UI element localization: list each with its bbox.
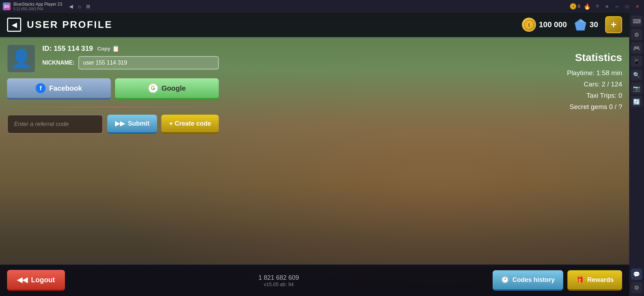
user-info: 👤 ID: 155 114 319 Copy 📋 NICKNAME: — [7, 44, 219, 73]
coin-display: $ 100 000 — [522, 18, 567, 32]
restore-btn[interactable]: □ — [624, 3, 630, 10]
bottom-right-buttons: 🕐 Codes history 🎁 Rewards — [493, 270, 622, 291]
sidebar-discord-icon[interactable]: 💬 — [631, 268, 642, 280]
divider — [7, 107, 219, 108]
add-currency-button[interactable]: + — [605, 16, 622, 33]
back-button[interactable]: ◀ — [7, 18, 21, 32]
nickname-label: NICKNAME: — [42, 60, 75, 66]
topbar-nav: ◀ ⌂ ⊞ — [68, 3, 91, 10]
create-code-button[interactable]: + Create code — [161, 115, 219, 134]
gem-display: 30 — [574, 18, 598, 31]
nav-home[interactable]: ⌂ — [77, 3, 82, 10]
sidebar-search-icon[interactable]: 🔍 — [631, 69, 642, 80]
submit-button[interactable]: ▶▶ Submit — [107, 115, 157, 134]
codes-history-icon: 🕐 — [501, 276, 509, 284]
game-header: ◀ USER PROFILE $ 100 000 — [0, 13, 629, 37]
header-currency: $ 100 000 30 + — [522, 16, 622, 33]
sidebar-phone-icon[interactable]: 📱 — [631, 56, 642, 67]
user-details: ID: 155 114 319 Copy 📋 NICKNAME: — [42, 44, 219, 70]
stat-playtime: Playtime: 1:58 min — [567, 69, 622, 77]
back-arrow-icon: ◀ — [7, 18, 21, 32]
user-id: ID: 155 114 319 Copy 📋 — [42, 44, 219, 53]
google-button[interactable]: G Google — [115, 78, 219, 99]
left-panel: 👤 ID: 155 114 319 Copy 📋 NICKNAME: — [7, 44, 219, 289]
nickname-row: NICKNAME: — [42, 56, 219, 70]
facebook-button[interactable]: f Facebook — [7, 78, 111, 99]
facebook-icon: f — [36, 83, 46, 93]
stat-taxi: Taxi Trips: 0 — [567, 92, 622, 99]
avatar: 👤 — [7, 44, 35, 73]
nickname-input[interactable] — [78, 56, 219, 70]
rewards-icon: 🎁 — [576, 276, 584, 284]
sidebar-config-icon[interactable]: ⚙ — [631, 282, 642, 293]
sidebar-rotate-icon[interactable]: 🔄 — [631, 96, 642, 107]
submit-icon: ▶▶ — [115, 120, 125, 127]
sidebar-gamepad-icon[interactable]: 🎮 — [631, 42, 642, 54]
page-title: USER PROFILE — [27, 19, 113, 30]
bs-logo: BS — [3, 2, 11, 10]
content-area: 👤 ID: 155 114 319 Copy 📋 NICKNAME: — [0, 37, 629, 296]
sidebar-camera-icon[interactable]: 📷 — [631, 83, 642, 94]
coin-icon: $ — [522, 18, 536, 32]
rewards-button[interactable]: 🎁 Rewards — [567, 270, 622, 291]
help-btn[interactable]: ? — [594, 3, 600, 10]
close-btn[interactable]: ✕ — [634, 3, 641, 10]
nav-tabs[interactable]: ⊞ — [85, 3, 92, 10]
right-panel: Statistics Playtime: 1:58 min Cars: 2 / … — [226, 44, 622, 289]
statistics-title: Statistics — [567, 52, 622, 64]
bluestacks-topbar: BS BlueStacks App Player 23 5.21.650.106… — [0, 0, 644, 13]
topbar-coin-icon: ● — [570, 3, 576, 10]
stat-gems: Secret gems 0 / ? — [567, 103, 622, 111]
google-icon: G — [148, 83, 158, 93]
copy-button[interactable]: Copy 📋 — [97, 45, 120, 53]
logout-icon: ◀◀ — [17, 276, 28, 284]
avatar-icon: 👤 — [10, 48, 32, 69]
logout-button[interactable]: ◀◀ Logout — [7, 270, 65, 291]
codes-history-button[interactable]: 🕐 Codes history — [493, 270, 563, 291]
coin-amount: 100 000 — [539, 20, 567, 29]
referral-row: ▶▶ Submit + Create code — [7, 115, 219, 134]
topbar-coin: ● 0 — [570, 3, 580, 10]
bs-subtitle: 5.21.650.1063 P64 — [13, 7, 62, 11]
topbar-coin-count: 0 — [578, 4, 580, 9]
right-sidebar: ⌨ ⚙ 🎮 📱 🔍 📷 🔄 💬 ⚙ — [629, 13, 644, 296]
menu-btn[interactable]: ≡ — [604, 3, 610, 10]
stat-cars: Cars: 2 / 124 — [567, 80, 622, 88]
statistics-box: Statistics Playtime: 1:58 min Cars: 2 / … — [567, 52, 622, 114]
referral-input[interactable] — [7, 115, 103, 134]
copy-icon: 📋 — [112, 45, 120, 53]
bottom-center: 1 821 682 609 v15.05 ab: 94 — [72, 274, 486, 287]
nav-back[interactable]: ◀ — [68, 3, 74, 10]
gem-icon — [574, 18, 587, 31]
game-area: ◀ USER PROFILE $ 100 000 — [0, 13, 629, 296]
bs-title: BlueStacks App Player 23 — [13, 2, 62, 7]
sidebar-settings-icon[interactable]: ⚙ — [631, 29, 642, 40]
topbar-fire-icon: 🔥 — [584, 3, 591, 10]
minimize-btn[interactable]: ─ — [614, 3, 620, 10]
svg-text:$: $ — [528, 23, 530, 28]
sidebar-keyboard-icon[interactable]: ⌨ — [631, 16, 642, 27]
player-count: 1 821 682 609 — [258, 274, 299, 282]
bottom-bar: ◀◀ Logout 1 821 682 609 v15.05 ab: 94 🕐 … — [0, 264, 629, 296]
version: v15.05 ab: 94 — [264, 282, 294, 287]
topbar-right: ● 0 🔥 ? ≡ ─ □ ✕ — [570, 3, 641, 10]
gem-amount: 30 — [590, 20, 598, 29]
social-buttons: f Facebook G Google — [7, 78, 219, 99]
